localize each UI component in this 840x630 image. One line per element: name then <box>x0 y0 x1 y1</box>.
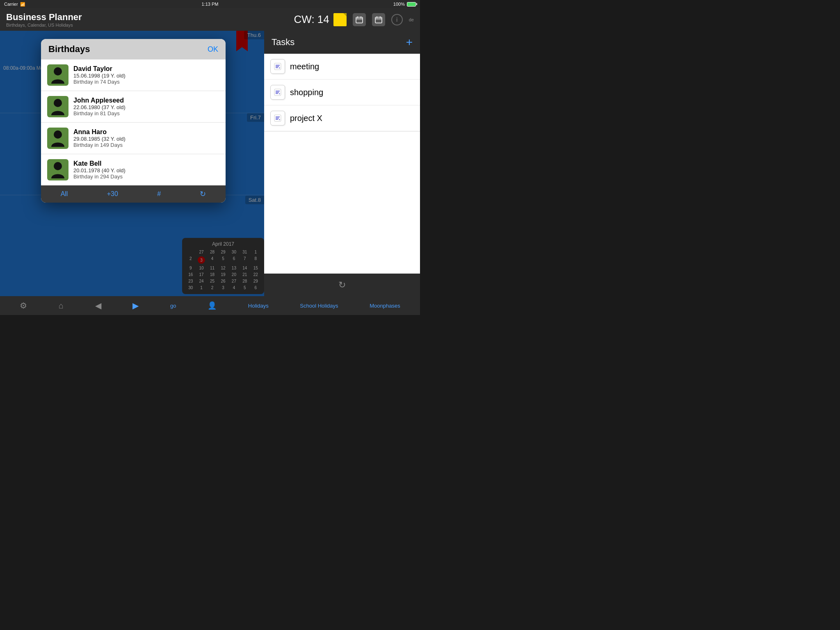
sticky-note-icon[interactable] <box>333 13 347 26</box>
carrier-label: Carrier <box>4 2 18 7</box>
modal-ok-button[interactable]: OK <box>208 45 218 54</box>
tasks-spacer <box>264 131 420 274</box>
battery-icon <box>407 2 416 7</box>
battery-percent: 100% <box>393 2 405 7</box>
avatar-3 <box>47 159 68 180</box>
bottom-nav: ⚙ ⌂ ◀ ▶ go 👤 Holidays School Holidays Mo… <box>0 296 420 315</box>
calendar-icon-btn1[interactable] <box>353 13 366 26</box>
birthday-item-0[interactable]: David Taylor 15.06.1998 (19 Y. old) Birt… <box>41 59 226 91</box>
wifi-icon: 📶 <box>20 2 25 7</box>
back-icon[interactable]: ◀ <box>95 301 101 310</box>
calendar-panel: Thu.6 Fri.7 Sat.8 08:00a-09:00a Meeting … <box>0 31 264 296</box>
birthday-info-1: John Appleseed 22.06.1980 (37 Y. old) Bi… <box>73 97 219 116</box>
birthday-date-0: 15.06.1998 (19 Y. old) <box>73 73 219 79</box>
tasks-header: Tasks + <box>264 31 420 54</box>
svg-rect-0 <box>356 17 363 23</box>
task-name-1: shopping <box>290 88 323 97</box>
birthday-days-0: Birthday in 74 Days <box>73 79 219 85</box>
calendar-week: CW: 14 <box>294 13 329 26</box>
calendar-icon-btn2[interactable] <box>372 13 385 26</box>
add-task-button[interactable]: + <box>406 36 413 49</box>
title-group: Business Planner Birthdays, Calendar, US… <box>6 12 290 27</box>
person-icon[interactable]: 👤 <box>208 301 217 310</box>
svg-rect-4 <box>375 17 382 23</box>
filter-hash-button[interactable]: # <box>157 190 161 198</box>
birthday-info-3: Kate Bell 20.01.1978 (40 Y. old) Birthda… <box>73 160 219 180</box>
status-right: 100% <box>393 2 416 7</box>
task-item-0[interactable]: meeting <box>264 54 420 80</box>
header-icons: i de <box>333 13 414 26</box>
avatar-2 <box>47 128 68 149</box>
app-header: Business Planner Birthdays, Calendar, US… <box>0 8 420 31</box>
birthday-date-1: 22.06.1980 (37 Y. old) <box>73 104 219 110</box>
modal-filter-bar: All +30 # ↻ <box>41 185 226 203</box>
status-time: 1:13 PM <box>202 2 219 7</box>
birthday-name-3: Kate Bell <box>73 160 219 167</box>
main-content: Thu.6 Fri.7 Sat.8 08:00a-09:00a Meeting … <box>0 31 420 296</box>
birthday-item-2[interactable]: Anna Haro 29.08.1985 (32 Y. old) Birthda… <box>41 123 226 154</box>
school-holidays-button[interactable]: School Holidays <box>300 303 338 309</box>
task-item-1[interactable]: shopping <box>264 80 420 105</box>
info-icon[interactable]: i <box>391 14 403 25</box>
avatar-0 <box>47 64 68 86</box>
refresh-icon[interactable]: ↻ <box>338 280 346 290</box>
task-icon-2 <box>270 111 285 126</box>
filter-plus30-button[interactable]: +30 <box>107 190 118 198</box>
filter-refresh-icon[interactable]: ↻ <box>200 189 206 199</box>
app-subtitle: Birthdays, Calendar, US Holidays <box>6 23 290 27</box>
status-left: Carrier 📶 <box>4 2 25 7</box>
birthday-name-0: David Taylor <box>73 65 219 73</box>
birthday-date-3: 20.01.1978 (40 Y. old) <box>73 167 219 173</box>
birthday-date-2: 29.08.1985 (32 Y. old) <box>73 136 219 142</box>
task-name-0: meeting <box>290 62 319 71</box>
filter-all-button[interactable]: All <box>61 190 68 198</box>
moonphases-button[interactable]: Moonphases <box>370 303 400 309</box>
svg-point-10 <box>54 130 62 139</box>
birthday-info-0: David Taylor 15.06.1998 (19 Y. old) Birt… <box>73 65 219 85</box>
app-title: Business Planner <box>6 12 290 23</box>
settings-icon[interactable]: ⚙ <box>20 301 27 310</box>
birthday-days-2: Birthday in 149 Days <box>73 142 219 148</box>
birthday-modal: Birthdays OK David Taylor 15.06.1998 (19… <box>41 39 226 203</box>
right-bottom-bar: ↻ <box>264 274 420 296</box>
go-button[interactable]: go <box>170 303 176 309</box>
birthday-info-2: Anna Haro 29.08.1985 (32 Y. old) Birthda… <box>73 128 219 148</box>
svg-point-8 <box>54 67 62 75</box>
birthday-days-3: Birthday in 294 Days <box>73 173 219 180</box>
holidays-button[interactable]: Holidays <box>248 303 269 309</box>
modal-header: Birthdays OK <box>41 39 226 59</box>
birthday-list: David Taylor 15.06.1998 (19 Y. old) Birt… <box>41 59 226 185</box>
task-icon-1 <box>270 85 285 100</box>
avatar-1 <box>47 96 68 117</box>
task-name-2: project X <box>290 114 322 123</box>
tasks-title: Tasks <box>272 37 294 48</box>
svg-point-11 <box>54 162 62 170</box>
task-icon-0 <box>270 59 285 74</box>
svg-point-9 <box>54 99 62 107</box>
status-bar: Carrier 📶 1:13 PM 100% <box>0 0 420 8</box>
birthday-name-2: Anna Haro <box>73 128 219 136</box>
task-item-2[interactable]: project X <box>264 105 420 131</box>
birthday-item-1[interactable]: John Appleseed 22.06.1980 (37 Y. old) Bi… <box>41 91 226 123</box>
birthday-name-1: John Appleseed <box>73 97 219 104</box>
birthday-days-1: Birthday in 81 Days <box>73 110 219 116</box>
tasks-panel: Tasks + meeting <box>264 31 420 296</box>
forward-icon[interactable]: ▶ <box>132 301 139 310</box>
battery-fill <box>407 2 415 6</box>
home-icon[interactable]: ⌂ <box>59 301 64 310</box>
locale-label: de <box>409 17 414 22</box>
modal-title: Birthdays <box>48 44 90 55</box>
birthday-item-3[interactable]: Kate Bell 20.01.1978 (40 Y. old) Birthda… <box>41 154 226 185</box>
